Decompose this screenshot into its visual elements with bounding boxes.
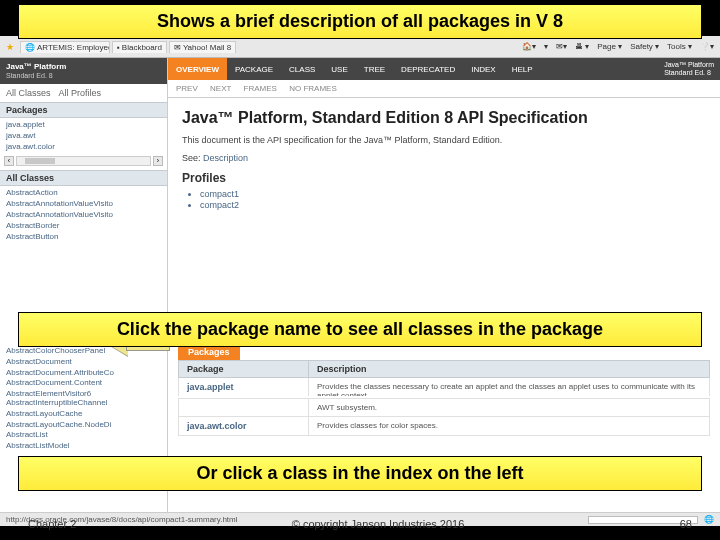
- all-profiles-link[interactable]: All Profiles: [59, 88, 102, 98]
- packages-head: Packages: [0, 102, 167, 118]
- see-line: See: Description: [182, 153, 706, 163]
- profile-link[interactable]: compact1: [200, 189, 706, 199]
- profiles-list: compact1 compact2: [200, 189, 706, 210]
- browser-tabs: 🌐ARTEMIS: Employee Porta.. ▪Blackboard ✉…: [20, 41, 236, 53]
- packages-hscroll: ‹ ›: [0, 156, 167, 170]
- class-link[interactable]: AbstractList: [6, 430, 161, 441]
- class-link[interactable]: AbstractInterruptibleChannel: [6, 398, 161, 409]
- chapter-label: Chapter 2: [28, 518, 76, 530]
- print-icon[interactable]: 🖶 ▾: [575, 42, 589, 51]
- page-menu[interactable]: Page ▾: [597, 42, 622, 51]
- scroll-left-icon[interactable]: ‹: [4, 156, 14, 166]
- packages-table-2: AWT subsystem. java.awt.color Provides c…: [178, 398, 710, 436]
- annotation-banner-mid: Click the package name to see all classe…: [18, 312, 702, 347]
- browser-tab-blackboard[interactable]: ▪Blackboard: [112, 41, 167, 53]
- subnav-next[interactable]: NEXT: [210, 84, 231, 93]
- package-link[interactable]: java.awt.color: [6, 142, 161, 153]
- classes-list-1: AbstractAction AbstractAnnotationValueVi…: [0, 186, 167, 246]
- annotation-banner-bottom: Or click a class in the index on the lef…: [18, 456, 702, 491]
- package-name-link[interactable]: java.awt.color: [179, 417, 309, 436]
- tools-menu[interactable]: Tools ▾: [667, 42, 692, 51]
- toolbar-right: 🏠▾ ▾ ✉▾ 🖶 ▾ Page ▾ Safety ▾ Tools ▾ ❔▾: [522, 42, 714, 51]
- class-link[interactable]: AbstractDocument.Content: [6, 378, 161, 389]
- slide-footer: Chapter 2 © copyright Janson Industries …: [0, 516, 720, 540]
- package-link[interactable]: java.awt: [6, 131, 161, 142]
- browser-tab-yahoo[interactable]: ✉Yahoo! Mail 8: [169, 41, 236, 53]
- mail-icon[interactable]: ✉▾: [556, 42, 567, 51]
- sub-nav: PREV NEXT FRAMES NO FRAMES: [168, 80, 720, 98]
- table-row: java.awt.color Provides classes for colo…: [179, 417, 710, 436]
- table-row: AWT subsystem.: [179, 399, 710, 417]
- partial-desc: AWT subsystem.: [309, 399, 710, 417]
- class-link[interactable]: AbstractAction: [6, 188, 161, 199]
- java-title: Java™ Platform: [6, 62, 161, 72]
- nav-use[interactable]: USE: [323, 58, 355, 80]
- nav-tree[interactable]: TREE: [356, 58, 393, 80]
- page-title: Java™ Platform, Standard Edition 8 API S…: [182, 108, 706, 127]
- class-link[interactable]: AbstractLayoutCache: [6, 409, 161, 420]
- browser-toolbar: ★ 🌐ARTEMIS: Employee Porta.. ▪Blackboard…: [0, 36, 720, 58]
- description-link[interactable]: Description: [203, 153, 248, 163]
- packages-list: java.applet java.awt java.awt.color: [0, 118, 167, 156]
- all-classes-link[interactable]: All Classes: [6, 88, 51, 98]
- class-link[interactable]: AbstractDocument: [6, 357, 161, 368]
- packages-table-wrap-2: AWT subsystem. java.awt.color Provides c…: [168, 396, 720, 456]
- classes-list-3: AbstractInterruptibleChannel AbstractLay…: [0, 396, 168, 456]
- class-link[interactable]: AbstractElementVisitor6: [6, 389, 161, 396]
- profiles-head: Profiles: [182, 171, 706, 185]
- col-description: Description: [309, 361, 710, 378]
- nav-bar: OVERVIEW PACKAGE CLASS USE TREE DEPRECAT…: [168, 58, 720, 80]
- api-description: This document is the API specification f…: [182, 135, 706, 145]
- nav-deprecated[interactable]: DEPRECATED: [393, 58, 463, 80]
- subnav-prev[interactable]: PREV: [176, 84, 198, 93]
- hscroll-track[interactable]: [16, 156, 151, 166]
- scroll-right-icon[interactable]: ›: [153, 156, 163, 166]
- class-link[interactable]: AbstractListModel: [6, 441, 161, 452]
- copyright-label: © copyright Janson Industries 2016: [292, 518, 465, 530]
- col-package: Package: [179, 361, 309, 378]
- main-body: Java™ Platform, Standard Edition 8 API S…: [168, 98, 720, 221]
- mail-icon: ✉: [174, 43, 181, 52]
- nav-right-brand: Java™ Platform Standard Ed. 8: [658, 59, 720, 78]
- feed-icon[interactable]: ▾: [544, 42, 548, 51]
- package-description: Provides classes for color spaces.: [309, 417, 710, 436]
- bb-icon: ▪: [117, 43, 120, 52]
- class-link[interactable]: AbstractBorder: [6, 221, 161, 232]
- java-edition: Standard Ed. 8: [6, 72, 161, 80]
- subnav-frames[interactable]: FRAMES: [244, 84, 277, 93]
- globe-icon: 🌐: [25, 43, 35, 52]
- package-link[interactable]: java.applet: [6, 120, 161, 131]
- all-classes-head: All Classes: [0, 170, 167, 186]
- low-strip: AbstractInterruptibleChannel AbstractLay…: [0, 396, 720, 456]
- nav-class[interactable]: CLASS: [281, 58, 323, 80]
- nav-package[interactable]: PACKAGE: [227, 58, 281, 80]
- page-number: 68: [680, 518, 692, 530]
- class-link[interactable]: AbstractLayoutCache.NodeDi: [6, 420, 161, 431]
- nav-help[interactable]: HELP: [504, 58, 541, 80]
- class-link[interactable]: AbstractAnnotationValueVisito: [6, 199, 161, 210]
- side-top-links: All Classes All Profiles: [0, 84, 167, 102]
- nav-overview[interactable]: OVERVIEW: [168, 58, 227, 80]
- annotation-banner-top: Shows a brief description of all package…: [18, 4, 702, 39]
- favorites-star-icon[interactable]: ★: [6, 42, 14, 52]
- profile-link[interactable]: compact2: [200, 200, 706, 210]
- class-link[interactable]: AbstractDocument.AttributeCo: [6, 368, 161, 379]
- class-link[interactable]: AbstractButton: [6, 232, 161, 243]
- subnav-noframes[interactable]: NO FRAMES: [289, 84, 337, 93]
- java-header: Java™ Platform Standard Ed. 8: [0, 58, 167, 84]
- safety-menu[interactable]: Safety ▾: [630, 42, 659, 51]
- class-link[interactable]: AbstractAnnotationValueVisito: [6, 210, 161, 221]
- nav-index[interactable]: INDEX: [463, 58, 503, 80]
- help-icon[interactable]: ❔▾: [700, 42, 714, 51]
- home-icon[interactable]: 🏠▾: [522, 42, 536, 51]
- browser-tab-artemis[interactable]: 🌐ARTEMIS: Employee Porta..: [20, 41, 110, 53]
- packages-table-wrap: Packages Package Description java.applet…: [168, 344, 720, 396]
